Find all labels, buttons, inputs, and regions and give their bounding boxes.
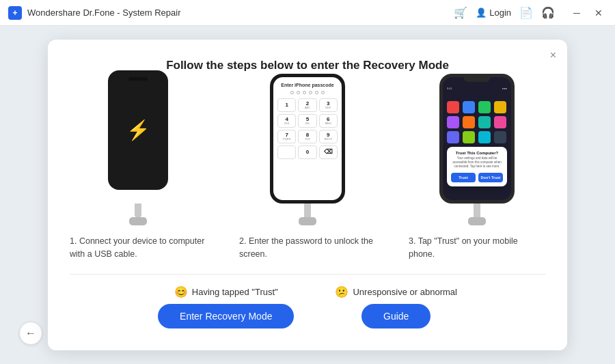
app-icon-6 — [463, 116, 475, 128]
step-1: ⚡ 1. Connect your device to computer wit… — [70, 89, 206, 261]
login-button[interactable]: 👤 Login — [476, 8, 511, 18]
app-icon-3 — [478, 101, 491, 113]
app-icon-4 — [494, 101, 506, 113]
app-icon-8 — [494, 116, 506, 128]
key-4[interactable]: 4GHI — [277, 114, 296, 128]
key-1[interactable]: 1 — [277, 98, 296, 112]
app-icon-9 — [447, 131, 459, 143]
section-divider — [70, 274, 545, 275]
step3-caption: 3. Tap "Trust" on your mobile phone. — [409, 235, 545, 261]
app-title: Wondershare Dr.Fone - System Repair — [27, 8, 180, 18]
action-group-2: 😕 Unresponsive or abnormal Guide — [335, 285, 456, 328]
close-button[interactable]: ✕ — [590, 5, 607, 21]
headset-icon[interactable]: 🎧 — [541, 6, 555, 19]
key-2[interactable]: 2ABC — [298, 98, 316, 112]
document-icon[interactable]: 📄 — [519, 6, 533, 19]
steps-row: ⚡ 1. Connect your device to computer wit… — [70, 89, 545, 261]
app-icon-5 — [447, 116, 459, 128]
app-icon-10 — [463, 131, 475, 143]
emoji-1: 😊 — [174, 285, 188, 298]
window-controls: ─ ✕ — [569, 5, 607, 21]
titlebar-right: 🛒 👤 Login 📄 🎧 ─ ✕ — [454, 5, 607, 21]
recovery-mode-dialog: × Follow the steps below to enter the Re… — [48, 40, 567, 351]
usb-icon: ⚡ — [126, 119, 150, 141]
app-icon-2 — [463, 101, 475, 113]
action1-text: Having tapped "Trust" — [192, 287, 278, 297]
action2-text: Unresponsive or abnormal — [353, 287, 456, 297]
trust-button[interactable]: Trust — [451, 173, 476, 182]
minimize-button[interactable]: ─ — [569, 5, 585, 21]
passcode-dots — [290, 91, 325, 94]
step1-caption: 1. Connect your device to computer with … — [70, 235, 206, 261]
key-7[interactable]: 7PQRS — [277, 130, 296, 143]
key-3[interactable]: 3DEF — [319, 98, 338, 112]
dont-trust-button[interactable]: Don't Trust — [478, 173, 503, 182]
action-row: 😊 Having tapped "Trust" Enter Recovery M… — [70, 285, 545, 328]
action2-label: 😕 Unresponsive or abnormal — [335, 285, 456, 298]
key-5[interactable]: 5JKL — [298, 114, 316, 128]
enter-recovery-mode-button[interactable]: Enter Recovery Mode — [158, 304, 294, 328]
step-2: Enter iPhone passcode — [239, 89, 376, 261]
app-icon-7 — [478, 116, 491, 128]
login-label: Login — [489, 8, 511, 18]
user-icon: 👤 — [476, 8, 487, 18]
key-8[interactable]: 8TUV — [298, 130, 316, 143]
guide-button[interactable]: Guide — [361, 304, 430, 328]
step3-illustration: 9:41 ●●● — [439, 89, 515, 225]
trust-title: Trust This Computer? — [451, 151, 503, 155]
phone1-graphic: ⚡ — [108, 70, 168, 190]
cart-icon[interactable]: 🛒 — [454, 6, 467, 19]
back-icon: ← — [25, 327, 36, 339]
step2-illustration: Enter iPhone passcode — [270, 89, 345, 225]
app-icons-grid — [443, 92, 511, 146]
phone3-screen: 9:41 ●●● — [443, 77, 511, 200]
emoji-2: 😕 — [335, 285, 348, 298]
step1-illustration: ⚡ — [108, 89, 168, 225]
key-delete[interactable]: ⌫ — [319, 145, 338, 159]
key-9[interactable]: 9WXYZ — [319, 130, 338, 143]
main-area: ← × Follow the steps below to enter the … — [0, 26, 615, 364]
passcode-title: Enter iPhone passcode — [281, 83, 333, 87]
app-logo: + — [8, 6, 22, 20]
titlebar: + Wondershare Dr.Fone - System Repair 🛒 … — [0, 0, 615, 26]
phone3-notch — [463, 74, 491, 82]
app-icon-11 — [478, 131, 491, 143]
step-3: 9:41 ●●● — [409, 89, 545, 261]
back-button[interactable]: ← — [19, 322, 42, 345]
key-0[interactable]: 0 — [298, 145, 316, 159]
dialog-close-button[interactable]: × — [550, 49, 556, 61]
trust-dialog: Trust This Computer? Your settings and d… — [447, 147, 507, 186]
phone2-graphic: Enter iPhone passcode — [270, 74, 345, 204]
titlebar-left: + Wondershare Dr.Fone - System Repair — [8, 6, 180, 20]
trust-buttons: Trust Don't Trust — [451, 173, 503, 182]
keypad: 1 2ABC 3DEF 4GHI 5JKL 6MNO 7PQRS 8TUV 9W… — [277, 98, 338, 159]
trust-body: Your settings and data will be accessibl… — [451, 156, 503, 169]
phone3-graphic: 9:41 ●●● — [439, 74, 515, 204]
key-empty-left — [277, 145, 296, 159]
step2-caption: 2. Enter the password to unlock the scre… — [239, 235, 376, 261]
app-icon-12 — [494, 131, 506, 143]
phone2-screen: Enter iPhone passcode — [273, 77, 342, 200]
action1-label: 😊 Having tapped "Trust" — [174, 285, 278, 298]
key-6[interactable]: 6MNO — [319, 114, 338, 128]
action-group-1: 😊 Having tapped "Trust" Enter Recovery M… — [158, 285, 294, 328]
app-icon-1 — [447, 101, 459, 113]
